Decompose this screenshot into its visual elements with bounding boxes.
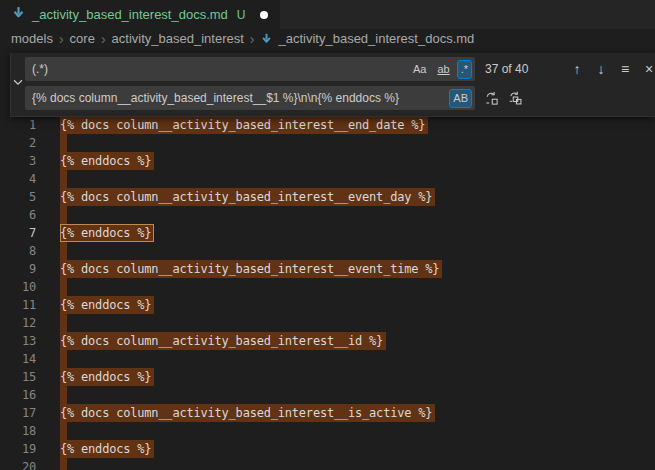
line-content: {% enddocs %} — [60, 224, 154, 242]
line-number: 19 — [0, 440, 36, 458]
line-content — [60, 458, 67, 470]
tab-bar: _activity_based_interest_docs.md U — [0, 0, 655, 29]
code-line[interactable]: 18 — [0, 422, 655, 440]
code-line[interactable]: 12 — [0, 314, 655, 332]
find-input[interactable]: (.*) Aa ab .* — [25, 57, 475, 81]
toggle-replace-button[interactable] — [11, 57, 25, 110]
tab-file[interactable]: _activity_based_interest_docs.md U — [0, 0, 280, 29]
line-content — [60, 314, 67, 332]
breadcrumb-item-file[interactable]: _activity_based_interest_docs.md — [278, 31, 474, 46]
line-content: {% enddocs %} — [60, 296, 154, 314]
find-match-highlight: {% docs column__activity_based_interest_… — [60, 116, 428, 134]
line-number: 5 — [0, 188, 36, 206]
line-number: 12 — [0, 314, 36, 332]
code-line[interactable]: 13{% docs column__activity_based_interes… — [0, 332, 655, 350]
code-line[interactable]: 19{% enddocs %} — [0, 440, 655, 458]
breadcrumb-separator: › — [59, 31, 64, 47]
line-number: 9 — [0, 260, 36, 278]
line-content — [60, 242, 67, 260]
find-query: (.*) — [32, 62, 409, 76]
markdown-file-icon — [260, 32, 273, 45]
find-match-highlight: {% docs column__activity_based_interest_… — [60, 404, 435, 422]
previous-match-button[interactable]: ↑ — [567, 59, 587, 79]
code-line[interactable]: 2 — [0, 134, 655, 152]
line-content: {% docs column__activity_based_interest_… — [60, 404, 435, 422]
code-line[interactable]: 10 — [0, 278, 655, 296]
line-content — [60, 134, 67, 152]
replace-icon — [484, 91, 499, 106]
replace-value: {% docs column__activity_based_interest_… — [32, 91, 449, 105]
find-match-highlight: {% docs column__activity_based_interest_… — [60, 260, 442, 278]
code-line[interactable]: 15{% enddocs %} — [0, 368, 655, 386]
line-content — [60, 386, 67, 404]
line-number: 8 — [0, 242, 36, 260]
code-editor[interactable]: 1{% docs column__activity_based_interest… — [0, 48, 655, 470]
find-match-highlight: {% enddocs %} — [60, 152, 154, 170]
code-line[interactable]: 4 — [0, 170, 655, 188]
replace-all-icon — [508, 91, 523, 106]
find-match-highlight — [60, 206, 67, 224]
find-match-highlight — [60, 458, 67, 470]
code-line[interactable]: 11{% enddocs %} — [0, 296, 655, 314]
line-content — [60, 350, 67, 368]
line-content — [60, 206, 67, 224]
tab-filename: _activity_based_interest_docs.md — [32, 7, 228, 22]
code-line[interactable]: 14 — [0, 350, 655, 368]
line-content — [60, 422, 67, 440]
code-line[interactable]: 20 — [0, 458, 655, 470]
code-line[interactable]: 8 — [0, 242, 655, 260]
find-match-highlight — [60, 242, 67, 260]
code-line[interactable]: 3{% enddocs %} — [0, 152, 655, 170]
find-match-highlight: {% enddocs %} — [60, 368, 154, 386]
replace-button[interactable] — [481, 88, 501, 108]
line-content: {% enddocs %} — [60, 368, 154, 386]
regex-button[interactable]: .* — [457, 60, 472, 79]
breadcrumb-item-folder[interactable]: activity_based_interest — [112, 31, 244, 46]
find-in-selection-button[interactable]: ≡ — [615, 59, 635, 79]
breadcrumb-item-models[interactable]: models — [11, 31, 53, 46]
line-content: {% enddocs %} — [60, 152, 154, 170]
line-number: 15 — [0, 368, 36, 386]
breadcrumb-separator: › — [101, 31, 106, 47]
replace-input[interactable]: {% docs column__activity_based_interest_… — [25, 86, 475, 110]
line-content: {% enddocs %} — [60, 440, 154, 458]
match-case-button[interactable]: Aa — [409, 60, 430, 79]
find-match-highlight: {% enddocs %} — [60, 440, 154, 458]
line-number: 6 — [0, 206, 36, 224]
find-match-highlight — [60, 134, 67, 152]
close-button[interactable]: × — [639, 59, 655, 79]
line-content: {% docs column__activity_based_interest_… — [60, 332, 386, 350]
line-number: 20 — [0, 458, 36, 470]
code-line[interactable]: 1{% docs column__activity_based_interest… — [0, 116, 655, 134]
find-match-highlight — [60, 314, 67, 332]
code-line[interactable]: 16 — [0, 386, 655, 404]
find-match-highlight — [60, 278, 67, 296]
line-content — [60, 170, 67, 188]
preserve-case-button[interactable]: AB — [449, 89, 472, 108]
line-content: {% docs column__activity_based_interest_… — [60, 116, 428, 134]
code-line[interactable]: 17{% docs column__activity_based_interes… — [0, 404, 655, 422]
find-match-highlight: {% enddocs %} — [60, 224, 154, 242]
code-line[interactable]: 7{% enddocs %} — [0, 224, 655, 242]
replace-all-button[interactable] — [505, 88, 525, 108]
code-line[interactable]: 5{% docs column__activity_based_interest… — [0, 188, 655, 206]
line-number: 1 — [0, 116, 36, 134]
breadcrumb-item-core[interactable]: core — [70, 31, 95, 46]
find-replace-widget: (.*) Aa ab .* 37 of 40 ↑ ↓ ≡ × {% docs c… — [10, 53, 655, 117]
find-match-highlight — [60, 170, 67, 188]
unsaved-changes-dot[interactable] — [260, 11, 268, 19]
code-line[interactable]: 6 — [0, 206, 655, 224]
line-number: 16 — [0, 386, 36, 404]
chevron-down-icon — [11, 75, 25, 93]
next-match-button[interactable]: ↓ — [591, 59, 611, 79]
breadcrumb-separator: › — [250, 31, 255, 47]
find-match-highlight: {% enddocs %} — [60, 296, 154, 314]
find-match-highlight — [60, 350, 67, 368]
whole-word-button[interactable]: ab — [433, 60, 453, 79]
breadcrumb: models › core › activity_based_interest … — [0, 29, 655, 48]
code-line[interactable]: 9{% docs column__activity_based_interest… — [0, 260, 655, 278]
git-status-badge: U — [237, 8, 246, 22]
line-number: 11 — [0, 296, 36, 314]
line-number: 13 — [0, 332, 36, 350]
line-number: 2 — [0, 134, 36, 152]
